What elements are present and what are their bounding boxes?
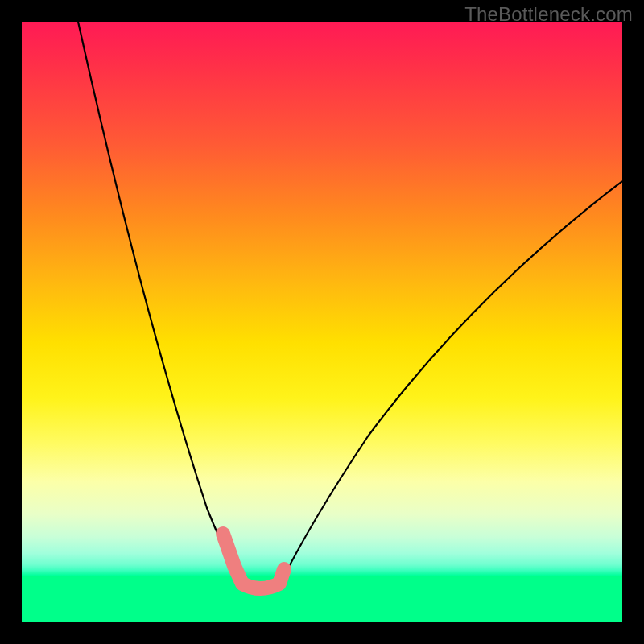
right-curve <box>279 181 622 585</box>
plot-area <box>22 22 622 622</box>
watermark-text: TheBottleneck.com <box>464 3 633 26</box>
left-curve <box>78 22 247 585</box>
curve-overlay <box>22 22 622 622</box>
dip-marker <box>223 534 284 588</box>
